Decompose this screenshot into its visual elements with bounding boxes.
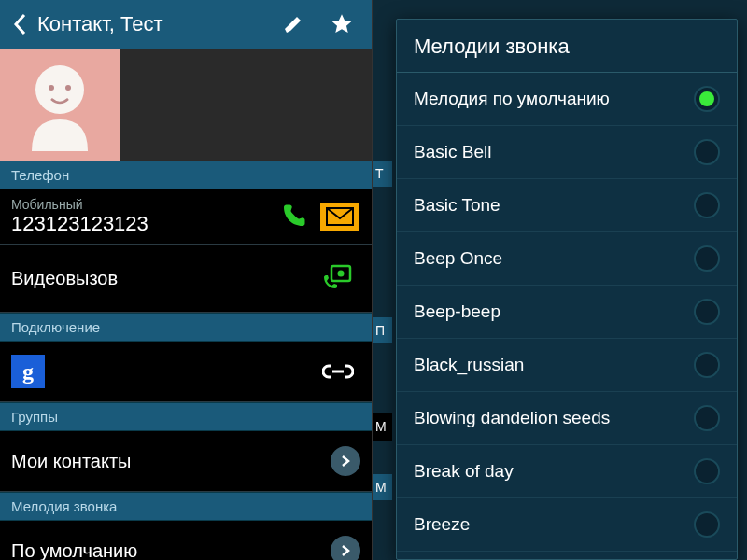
person-icon [18, 58, 102, 151]
envelope-icon [326, 207, 354, 226]
header: Контакт, Тест [0, 0, 372, 49]
bg-hint: Т [374, 161, 392, 187]
ringtone-option[interactable]: Basic Tone [397, 179, 737, 232]
section-phone: Телефон [0, 161, 372, 189]
favorite-button[interactable] [317, 0, 366, 49]
ringtone-picker-screen: Т П М М Мелодии звонка Мелодия по умолча… [374, 0, 747, 560]
ringtone-option-label: Beep Once [414, 248, 694, 269]
ringtone-list[interactable]: Мелодия по умолчаниюBasic BellBasic Tone… [397, 73, 737, 559]
bg-hint: П [374, 317, 392, 343]
contact-detail-screen: Контакт, Тест Телефон Мобильный [0, 0, 374, 560]
svg-point-2 [65, 85, 71, 91]
video-call-button[interactable] [316, 259, 360, 297]
svg-point-0 [35, 65, 84, 114]
phone-info: Мобильный 123123123123 [11, 197, 267, 236]
link-button[interactable] [316, 353, 360, 390]
star-icon [330, 12, 354, 36]
ringtone-option[interactable]: Bugs' story [397, 552, 737, 559]
svg-point-1 [49, 85, 54, 91]
avatar[interactable] [0, 49, 120, 161]
bg-hint: М [374, 474, 392, 500]
ringtone-option[interactable]: Beep Once [397, 232, 737, 286]
connection-row[interactable]: g [0, 342, 372, 402]
ringtone-option-label: Beep-beep [414, 301, 694, 322]
google-badge: g [11, 355, 45, 388]
ringtone-option-label: Break of day [414, 461, 694, 482]
radio-button[interactable] [694, 405, 720, 431]
section-groups: Группы [0, 402, 372, 431]
ringtone-option[interactable]: Breeze [397, 498, 737, 552]
svg-point-5 [338, 271, 345, 277]
ringtone-value: По умолчанию [11, 540, 331, 561]
radio-button[interactable] [694, 192, 720, 218]
back-button[interactable] [6, 0, 34, 49]
section-connection: Подключение [0, 313, 372, 342]
link-icon [322, 362, 354, 381]
page-title: Контакт, Тест [34, 12, 269, 36]
ringtone-option-label: Basic Bell [414, 142, 694, 162]
phone-type-label: Мобильный [11, 197, 267, 212]
edit-button[interactable] [269, 0, 317, 49]
video-call-icon [322, 264, 354, 292]
phone-icon [279, 203, 307, 231]
dialog-title: Мелодии звонка [397, 20, 737, 73]
chevron-right-icon [341, 455, 350, 468]
ringtone-option[interactable]: Basic Bell [397, 126, 737, 179]
groups-chevron[interactable] [331, 446, 360, 476]
groups-row[interactable]: Мои контакты [0, 431, 372, 492]
video-call-row[interactable]: Видеовызов [0, 245, 372, 313]
call-button[interactable] [271, 198, 316, 235]
ringtone-row[interactable]: По умолчанию [0, 521, 372, 560]
ringtone-option[interactable]: Black_russian [397, 339, 737, 392]
radio-button[interactable] [694, 86, 720, 112]
groups-value: Мои контакты [11, 451, 331, 472]
ringtone-option-label: Blowing dandelion seeds [414, 408, 694, 428]
radio-button[interactable] [694, 352, 720, 378]
ringtone-chevron[interactable] [331, 536, 360, 560]
sms-button[interactable] [319, 202, 360, 231]
chevron-left-icon [13, 13, 26, 35]
avatar-area [0, 49, 372, 161]
ringtone-option-label: Breeze [414, 514, 694, 535]
pencil-icon [282, 13, 304, 35]
radio-button[interactable] [694, 458, 720, 484]
bg-hint: М [374, 413, 392, 441]
ringtone-option[interactable]: Blowing dandelion seeds [397, 392, 737, 445]
ringtone-option[interactable]: Beep-beep [397, 286, 737, 339]
section-ringtone: Мелодия звонка [0, 492, 372, 521]
phone-number: 123123123123 [11, 212, 267, 236]
radio-button[interactable] [694, 139, 720, 165]
ringtone-option-label: Мелодия по умолчанию [414, 89, 694, 109]
radio-button[interactable] [694, 511, 720, 538]
ringtone-option-label: Black_russian [414, 355, 694, 375]
ringtone-option[interactable]: Мелодия по умолчанию [397, 73, 737, 126]
ringtone-option-label: Basic Tone [414, 195, 694, 216]
radio-button[interactable] [694, 299, 720, 325]
phone-row[interactable]: Мобильный 123123123123 [0, 189, 372, 245]
chevron-right-icon [341, 544, 350, 557]
radio-button[interactable] [694, 245, 720, 272]
ringtone-dialog: Мелодии звонка Мелодия по умолчаниюBasic… [396, 19, 738, 560]
video-call-label: Видеовызов [11, 268, 312, 289]
ringtone-option[interactable]: Break of day [397, 445, 737, 498]
